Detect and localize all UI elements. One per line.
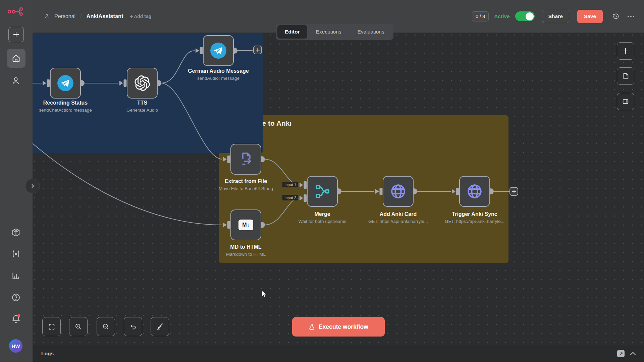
expand-sidebar-button[interactable]	[25, 179, 40, 193]
logs-title: Logs	[41, 351, 54, 357]
avatar-initials: HW	[12, 343, 20, 349]
tab-editor[interactable]: Editor	[277, 25, 307, 39]
node-german-audio-message[interactable]	[203, 35, 234, 66]
fit-view-icon	[48, 323, 55, 330]
zoom-out-icon	[102, 323, 110, 330]
add-node-button[interactable]	[617, 42, 634, 60]
sidebar-item-insights[interactable]	[11, 271, 21, 281]
chevron-up-icon[interactable]	[630, 352, 636, 356]
bell-icon	[11, 314, 21, 324]
sidebar-item-notifications[interactable]	[11, 314, 21, 324]
zoom-out-button[interactable]	[97, 317, 115, 336]
node-tts[interactable]	[127, 68, 158, 99]
node-title: MD to HTML	[226, 244, 266, 250]
plus-icon	[512, 189, 516, 194]
add-tag-button[interactable]: + Add tag	[130, 14, 152, 19]
project-icon	[44, 13, 50, 19]
logs-panel-header[interactable]: Logs	[33, 345, 644, 362]
sidebar-item-variables[interactable]	[11, 249, 21, 259]
node-trigger-anki-sync[interactable]	[459, 176, 490, 207]
tidy-up-broom-icon	[156, 323, 164, 330]
node-label: MD to HTML Markdown to HTML	[226, 244, 266, 257]
node-label: Merge Wait for both upstreams	[299, 211, 346, 224]
tidy-up-button[interactable]	[151, 317, 169, 336]
node-merge[interactable]	[307, 176, 338, 207]
breadcrumb-project[interactable]: Personal	[54, 13, 75, 19]
view-tabs: Editor Executions Evaluations	[276, 24, 393, 40]
notification-dot	[17, 314, 20, 317]
save-button[interactable]: Save	[577, 10, 603, 23]
merge-icon	[315, 184, 330, 199]
workflow-history-button[interactable]	[612, 12, 620, 20]
package-icon	[11, 228, 21, 237]
bar-chart-icon	[11, 271, 21, 281]
help-icon	[11, 293, 21, 302]
flask-icon	[309, 323, 315, 330]
zoom-in-button[interactable]	[69, 317, 88, 336]
sidebar-item-personal[interactable]	[11, 76, 21, 86]
node-title: Add Anki Card	[368, 211, 428, 217]
plus-icon	[256, 48, 260, 52]
execute-workflow-label: Execute workflow	[319, 323, 368, 330]
add-connected-node-button[interactable]	[253, 46, 262, 54]
active-toggle[interactable]	[515, 11, 535, 21]
node-title: Extract from File	[219, 178, 273, 184]
node-subtitle: Wait for both upstreams	[299, 219, 346, 224]
ellipsis-icon	[627, 15, 635, 18]
file-export-icon	[238, 151, 254, 167]
add-sticky-note-button[interactable]	[617, 67, 634, 85]
merge-input2-label: Input 2	[282, 195, 298, 200]
node-md-to-html[interactable]: M↓	[230, 209, 261, 240]
merge-input1-label: Input 1	[282, 182, 298, 187]
variables-icon	[11, 249, 21, 259]
chevron-right-icon	[30, 183, 35, 189]
toggle-knob	[526, 12, 534, 20]
undo-button[interactable]	[124, 317, 142, 336]
logs-actions	[617, 350, 636, 357]
breadcrumb-separator: /	[80, 13, 82, 19]
sticky-note-icon	[622, 72, 629, 80]
more-options-button[interactable]	[627, 15, 635, 18]
sidebar-item-overview[interactable]	[7, 49, 25, 68]
history-clock-icon	[612, 12, 620, 20]
toggle-panel-button[interactable]	[617, 93, 634, 110]
node-label: Extract from File Move File to Base64 St…	[219, 178, 273, 191]
undo-icon	[129, 323, 137, 330]
share-button[interactable]: Share	[542, 10, 569, 23]
n8n-workflow-editor: HW Personal / AnkiAssistant + Add tag 0 …	[0, 0, 644, 362]
header-actions: 0 / 3 Active Share Save	[472, 10, 635, 23]
issues-counter-badge[interactable]: 0 / 3	[472, 11, 489, 21]
zoom-in-icon	[74, 323, 82, 330]
node-subtitle: Markdown to HTML	[226, 252, 266, 257]
open-logs-popout-button[interactable]	[617, 350, 625, 357]
node-title: Merge	[299, 211, 346, 217]
active-label: Active	[494, 13, 510, 19]
node-add-anki-card[interactable]	[383, 176, 414, 207]
sidebar-divider	[0, 336, 33, 336]
node-label: Recording Status sendChatAction: message	[39, 100, 92, 113]
markdown-icon: M↓	[238, 220, 253, 230]
fit-view-button[interactable]	[42, 317, 61, 336]
avatar[interactable]: HW	[9, 339, 22, 353]
breadcrumb: Personal / AnkiAssistant + Add tag	[44, 13, 151, 19]
user-icon	[11, 76, 21, 86]
execute-workflow-button[interactable]: Execute workflow	[292, 317, 385, 337]
node-label: German Audio Message sendAudio: message	[188, 68, 249, 81]
new-workflow-button[interactable]	[8, 27, 24, 42]
markdown-glyph: M↓	[242, 222, 249, 228]
node-recording-status[interactable]	[50, 68, 81, 99]
open-in-new-icon	[619, 352, 623, 356]
add-connected-node-button[interactable]	[509, 187, 518, 196]
node-extract-from-file[interactable]	[230, 144, 261, 175]
plus-icon	[622, 47, 629, 55]
tab-executions[interactable]: Executions	[309, 25, 349, 39]
node-label: Add Anki Card GET: https://api-anki.harr…	[368, 211, 428, 224]
node-title: Recording Status	[39, 100, 92, 106]
n8n-logo-icon[interactable]	[7, 7, 24, 17]
node-label: Trigger Anki Sync GET: https://api-anki.…	[445, 211, 504, 224]
sidebar-item-help[interactable]	[11, 293, 21, 302]
node-subtitle: sendAudio: message	[188, 76, 249, 81]
workflow-name[interactable]: AnkiAssistant	[87, 13, 123, 19]
sidebar-item-templates[interactable]	[11, 228, 21, 237]
tab-evaluations[interactable]: Evaluations	[350, 25, 392, 39]
